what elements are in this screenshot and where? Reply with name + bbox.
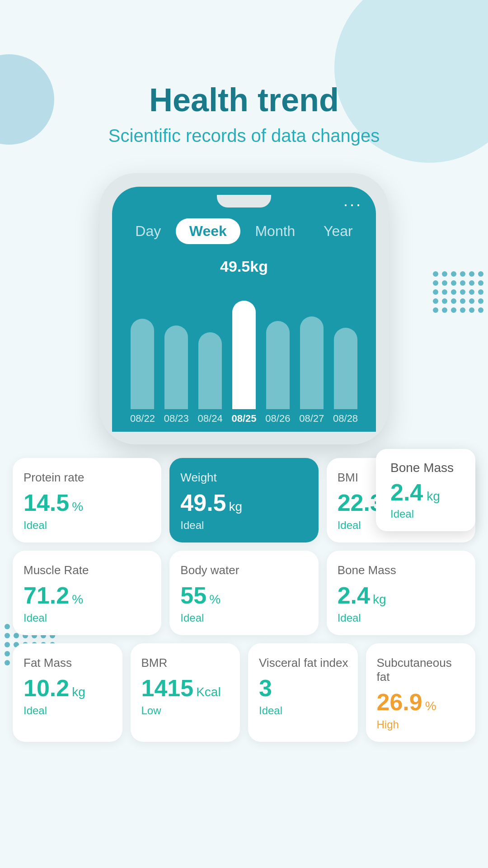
visceral-fat-status: Ideal [259, 704, 349, 717]
fat-mass-label: Fat Mass [23, 656, 113, 670]
body-water-status: Ideal [180, 612, 309, 624]
bar-0826 [266, 321, 290, 409]
page-subtitle: Scientific records of data changes [0, 126, 488, 146]
stat-bmr: BMR 1415 Kcal Low [131, 643, 240, 742]
phone-outer: ··· Day Week Month Year 49.5kg [99, 173, 389, 444]
date-label-0822: 08/22 [126, 413, 160, 425]
phone-notch-area: ··· Day Week Month Year 49.5kg [112, 187, 376, 432]
body-water-label: Body water [180, 563, 309, 577]
bone-mass-status: Ideal [390, 508, 461, 520]
bar-0827 [300, 316, 324, 409]
date-label-0825: 08/25 [227, 413, 261, 425]
bar-0822 [131, 319, 154, 409]
bmr-status: Low [141, 704, 231, 717]
stats-row-1: Protein rate 14.5 % Ideal Weight 49.5 kg… [0, 458, 488, 542]
stat-visceral-fat: Visceral fat index 3 Ideal [248, 643, 358, 742]
visceral-fat-value: 3 [259, 675, 349, 702]
stat-weight: Weight 49.5 kg Ideal [169, 458, 318, 542]
bar-col-0826 [261, 321, 295, 409]
muscle-rate-value: 71.2 % [23, 582, 152, 609]
visceral-fat-label: Visceral fat index [259, 656, 349, 670]
more-options-icon[interactable]: ··· [343, 195, 362, 214]
bone-mass-unit: kg [427, 489, 440, 504]
bar-0825 [232, 301, 256, 409]
stats-row-3: Fat Mass 10.2 kg Ideal BMR 1415 Kcal Low… [0, 643, 488, 742]
chart-area: 49.5kg [112, 249, 376, 432]
subcutaneous-fat-value: 26.9 % [377, 689, 467, 716]
stat-subcutaneous-fat: Subcutaneous fat 26.9 % High [366, 643, 476, 742]
bar-0828 [334, 328, 357, 409]
protein-rate-label: Protein rate [23, 471, 152, 485]
bar-col-0827 [295, 316, 328, 409]
tab-week[interactable]: Week [176, 218, 240, 244]
bar-col-0828 [328, 328, 362, 409]
tab-bar: Day Week Month Year [112, 208, 376, 249]
body-water-value: 55 % [180, 582, 309, 609]
chart-bars [121, 283, 367, 409]
muscle-rate-status: Ideal [23, 612, 152, 624]
bone-mass-label: Bone Mass [390, 461, 461, 475]
bmr-value: 1415 Kcal [141, 675, 231, 702]
weight-status: Ideal [180, 519, 309, 532]
date-label-0828: 08/28 [328, 413, 362, 425]
bar-0823 [164, 326, 188, 409]
protein-rate-status: Ideal [23, 519, 152, 532]
header: Health trend Scientific records of data … [0, 0, 488, 173]
phone-notch [217, 195, 271, 208]
bone-mass-tooltip: Bone Mass 2.4 kg Ideal [376, 449, 475, 531]
stat-fat-mass: Fat Mass 10.2 kg Ideal [13, 643, 122, 742]
stat-muscle-rate: Muscle Rate 71.2 % Ideal [13, 551, 161, 635]
bar-0824 [198, 332, 222, 409]
subcutaneous-fat-status: High [377, 718, 467, 731]
bmr-label: BMR [141, 656, 231, 670]
subcutaneous-fat-label: Subcutaneous fat [377, 656, 467, 684]
bone-mass-card-status: Ideal [338, 612, 466, 624]
tab-year[interactable]: Year [310, 218, 366, 244]
bar-col-0825 [227, 301, 261, 409]
bar-col-0824 [193, 332, 227, 409]
weight-value: 49.5 kg [180, 489, 309, 516]
bar-col-0823 [160, 326, 193, 409]
chart-weight-label: 49.5kg [121, 258, 367, 275]
bone-mass-value: 2.4 [390, 479, 423, 506]
bone-mass-card-value: 2.4 kg [338, 582, 466, 609]
date-label-0827: 08/27 [295, 413, 328, 425]
weight-label: Weight [180, 471, 309, 485]
bar-col-0822 [126, 319, 160, 409]
page-title: Health trend [0, 81, 488, 118]
date-label-0826: 08/26 [261, 413, 295, 425]
stat-protein-rate: Protein rate 14.5 % Ideal [13, 458, 161, 542]
muscle-rate-label: Muscle Rate [23, 563, 152, 577]
fat-mass-status: Ideal [23, 704, 113, 717]
date-label-0823: 08/23 [160, 413, 193, 425]
stat-body-water: Body water 55 % Ideal [169, 551, 318, 635]
date-label-0824: 08/24 [193, 413, 227, 425]
bone-mass-card-label: Bone Mass [338, 563, 466, 577]
stats-row-2: Muscle Rate 71.2 % Ideal Body water 55 %… [0, 551, 488, 635]
phone-screen: 49.5kg [112, 249, 376, 432]
stat-bone-mass-card: Bone Mass 2.4 kg Ideal [327, 551, 475, 635]
tab-month[interactable]: Month [241, 218, 309, 244]
phone-mockup: ··· Day Week Month Year 49.5kg [0, 173, 488, 444]
protein-rate-value: 14.5 % [23, 489, 152, 516]
fat-mass-value: 10.2 kg [23, 675, 113, 702]
tab-day[interactable]: Day [122, 218, 174, 244]
chart-date-labels: 08/22 08/23 08/24 08/25 08/26 08/27 08/2… [121, 409, 367, 432]
